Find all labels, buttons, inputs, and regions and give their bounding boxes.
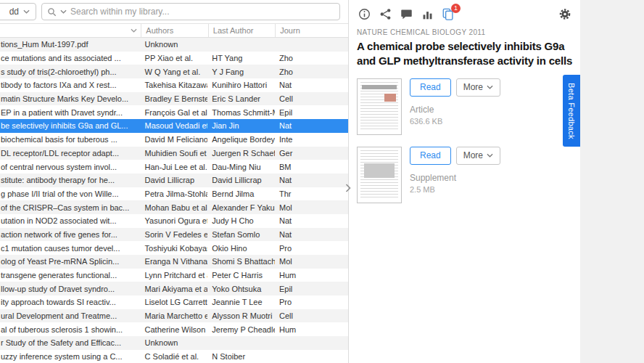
table-row[interactable]: tibody to factors IXa and X rest... Take… — [0, 78, 348, 92]
column-header-authors[interactable]: Authors — [141, 24, 207, 37]
cell-last-author: Alysson R Muotri — [207, 309, 275, 323]
article-thumbnail[interactable] — [357, 78, 402, 135]
library-sync-icon[interactable]: 1 — [442, 8, 455, 21]
cell-authors: Mohan Babu et al. — [141, 200, 208, 214]
cell-last-author: Eric S Lander — [207, 92, 275, 106]
metrics-icon[interactable] — [421, 8, 434, 21]
cell-title: ce mutations and its associated ... — [0, 52, 141, 65]
cell-title: llow-up study of Dravet syndro... — [0, 282, 141, 295]
cell-title: of central nervous system invol... — [0, 160, 141, 174]
cell-journal: Nat — [275, 78, 348, 92]
table-row[interactable]: matin Structure Marks Key Develo... Brad… — [0, 92, 348, 106]
file-size-label: 636.6 KB — [410, 117, 500, 126]
table-row[interactable]: g phase I/II trial of the von Wille... P… — [0, 187, 348, 201]
cell-journal: Nat — [275, 119, 348, 133]
cell-journal — [275, 336, 348, 350]
table-row[interactable]: ce mutations and its associated ... PP X… — [0, 52, 348, 65]
read-button[interactable]: Read — [410, 147, 451, 165]
table-row[interactable]: stitute: antibody therapy for he... Davi… — [0, 174, 348, 187]
cell-journal: Epil — [275, 105, 348, 119]
cell-last-author: Alexander F Yakunin — [207, 200, 275, 214]
table-row[interactable]: r Study of the Safety and Efficac... Unk… — [0, 336, 348, 350]
table-row[interactable]: ural Development and Treatme... Maria Ma… — [0, 309, 348, 323]
table-row[interactable]: of the CRISPR–Cas system in bac... Mohan… — [0, 200, 348, 214]
cell-last-author: Y J Fang — [207, 65, 275, 78]
cell-title: uzzy inference system using a C... — [0, 350, 141, 363]
search-scope-chevron-icon[interactable] — [60, 9, 67, 14]
cell-authors: Yasunori Ogura et al. — [141, 214, 208, 228]
table-row[interactable]: ity approach towards SI reactiv... Lisel… — [0, 295, 348, 309]
cell-journal: Epil — [275, 282, 348, 295]
more-button[interactable]: More — [456, 147, 500, 165]
search-input[interactable] — [70, 7, 334, 17]
column-header-journal[interactable]: Journ — [275, 24, 348, 37]
cell-last-author: Dau-Ming Niu — [207, 160, 275, 174]
cell-last-author: Judy H Cho — [207, 214, 275, 228]
table-row[interactable]: al of tuberous sclerosis 1 showin... Cat… — [0, 322, 348, 336]
file-meta: Read More Article 636.6 KB — [410, 78, 500, 135]
settings-gear-icon[interactable] — [558, 8, 571, 21]
table-row[interactable]: tions_Hum Mut-1997.pdf Unknown — [0, 38, 348, 52]
supplement-thumbnail[interactable] — [357, 147, 402, 203]
cell-authors: Muhidien Soufi et al. — [141, 147, 208, 160]
comment-icon[interactable] — [400, 8, 413, 21]
cell-last-author: Jeremy P Cheadle — [207, 322, 275, 336]
cell-title: DL receptor/LDL receptor adapt... — [0, 147, 141, 160]
column-header-last-author[interactable]: Last Author — [208, 24, 275, 37]
more-button-label: More — [463, 82, 483, 92]
cell-journal: Zho — [275, 65, 348, 78]
cell-title: r Study of the Safety and Efficac... — [0, 336, 141, 350]
table-header: Authors Last Author Journ — [0, 24, 348, 38]
cell-title: ural Development and Treatme... — [0, 309, 141, 323]
cell-journal: Mol — [275, 255, 348, 269]
share-icon[interactable] — [379, 8, 392, 21]
table-row[interactable]: be selectively inhibits G9a and GL... Ma… — [0, 119, 348, 133]
beta-feedback-tab[interactable]: Beta Feedback — [563, 75, 580, 147]
cell-journal: Inte — [275, 133, 348, 147]
info-icon[interactable] — [358, 8, 371, 21]
cell-authors: David Lillicrap — [141, 174, 208, 187]
more-button[interactable]: More — [456, 78, 500, 97]
cell-last-author — [207, 38, 275, 52]
table-row[interactable]: of central nervous system invol... Han-J… — [0, 160, 348, 174]
cell-title: s study of tris(2-chloroethyl) ph... — [0, 65, 141, 78]
detail-pane: 1 NATURE CHEMICAL BIOLOGY 2011 A chemica… — [348, 0, 580, 363]
cell-last-author: David Lillicrap — [207, 174, 275, 187]
cell-title: EP in a patient with Dravet syndr... — [0, 105, 141, 119]
table-row[interactable]: biochemical basis for tuberous ... David… — [0, 133, 348, 147]
cell-journal: Nat — [275, 228, 348, 242]
table-row[interactable]: s study of tris(2-chloroethyl) ph... W Q… — [0, 65, 348, 78]
table-row[interactable]: DL receptor/LDL receptor adapt... Muhidi… — [0, 147, 348, 160]
cell-authors: Eranga N Vithana et al. — [141, 255, 208, 269]
cell-journal: Pro — [275, 241, 348, 255]
cell-title: matin Structure Marks Key Develo... — [0, 92, 141, 106]
cell-journal: Zho — [275, 52, 348, 65]
cell-authors: PP Xiao et al. — [141, 52, 208, 65]
file-kind-label: Supplement — [410, 173, 500, 183]
cell-title: g phase I/II trial of the von Wille... — [0, 187, 141, 201]
cell-authors: Mari Akiyama et al. — [141, 282, 208, 295]
cell-journal: Ger — [275, 147, 348, 160]
column-header-title[interactable] — [0, 24, 141, 37]
journal-year-header: NATURE CHEMICAL BIOLOGY 2011 — [349, 25, 580, 38]
cell-journal: Mol — [275, 200, 348, 214]
table-row[interactable]: uzzy inference system using a C... C Sol… — [0, 350, 348, 363]
cell-journal — [275, 38, 348, 52]
add-dropdown[interactable]: dd — [0, 3, 36, 20]
table-row[interactable]: llow-up study of Dravet syndro... Mari A… — [0, 282, 348, 295]
search-box — [41, 3, 340, 20]
table-row[interactable]: c1 mutation causes tumor devel... Toshiy… — [0, 241, 348, 255]
cell-journal: Cell — [275, 92, 348, 106]
search-icon — [47, 7, 57, 17]
table-row[interactable]: transgene generates functional... Lynn P… — [0, 269, 348, 282]
table-row[interactable]: olog of Yeast Pre-mRNA Splicin... Eranga… — [0, 255, 348, 269]
read-button[interactable]: Read — [410, 78, 451, 97]
table-row[interactable]: utation in NOD2 associated wit... Yasuno… — [0, 214, 348, 228]
table-row[interactable]: EP in a patient with Dravet syndr... Fra… — [0, 105, 348, 119]
cell-last-author: Jian Jin — [207, 119, 275, 133]
cell-title: tibody to factors IXa and X rest... — [0, 78, 141, 92]
table-row[interactable]: action network of five genes for... Sori… — [0, 228, 348, 242]
cell-journal: Pro — [275, 295, 348, 309]
collapse-panel-icon[interactable] — [343, 180, 353, 196]
cell-title: ity approach towards SI reactiv... — [0, 295, 141, 309]
